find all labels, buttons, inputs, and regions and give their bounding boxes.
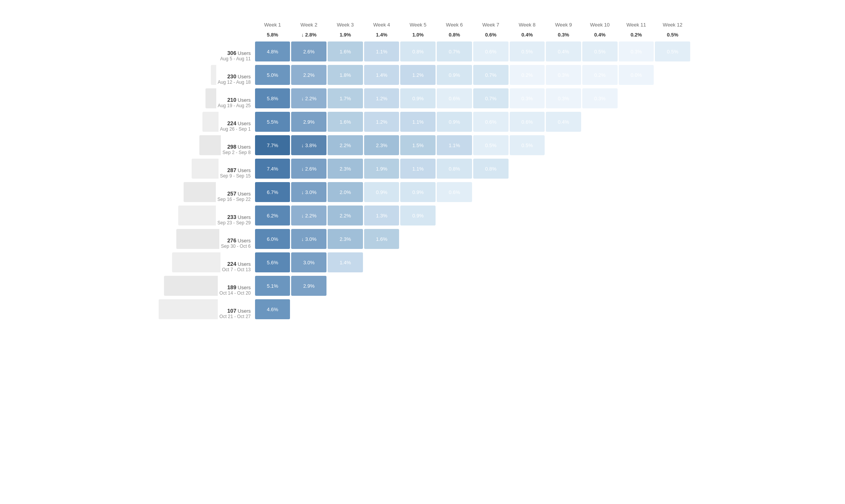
cell-row5-week1: 7.4% — [255, 158, 290, 180]
table-row: 224 UsersOct 7 - Oct 135.6%3.0%1.4% — [155, 251, 690, 274]
main-container: Week 1Week 2Week 3Week 4Week 5Week 6Week… — [154, 19, 691, 322]
cell-row7-week9 — [546, 204, 581, 227]
table-row: 189 UsersOct 14 - Oct 205.1%2.9% — [155, 275, 690, 297]
avg-cell-week-1: 5.8% — [255, 30, 290, 39]
cell-row7-week7 — [473, 204, 509, 227]
cell-row7-week11 — [619, 204, 654, 227]
cell-row0-week6: 0.7% — [437, 40, 472, 63]
cell-row4-week10 — [582, 134, 618, 156]
avg-cell-week-11: 0.2% — [619, 30, 654, 39]
cell-row4-week5: 1.5% — [400, 134, 436, 156]
cell-row0-week11: 0.3% — [619, 40, 654, 63]
cell-row5-week8 — [510, 158, 545, 180]
avg-cell-week-12: 0.5% — [655, 30, 690, 39]
cell-row7-week5: 0.9% — [400, 204, 436, 227]
avg-cell-week-3: 1.9% — [328, 30, 363, 39]
cell-row1-week4: 1.4% — [364, 64, 399, 86]
cell-row1-week3: 1.8% — [328, 64, 363, 86]
cohort-body: 306 UsersAug 5 - Aug 114.8%2.6%1.6%1.1%0… — [155, 40, 690, 320]
week-header-7: Week 7 — [473, 20, 509, 29]
cell-row4-week7: 0.5% — [473, 134, 509, 156]
week-header-2: Week 2 — [291, 20, 326, 29]
cell-row4-week8: 0.5% — [510, 134, 545, 156]
cell-row10-week5 — [400, 275, 436, 297]
cell-row8-week10 — [582, 228, 618, 250]
cell-row11-week8 — [510, 298, 545, 320]
table-row: 276 UsersSep 30 - Oct 66.0%↓ 3.0%2.3%1.6… — [155, 228, 690, 250]
cell-row7-week2: ↓ 2.2% — [291, 204, 326, 227]
cell-row10-week4 — [364, 275, 399, 297]
cell-row6-week11 — [619, 181, 654, 203]
cell-row6-week7 — [473, 181, 509, 203]
cell-row2-week10: 0.3% — [582, 87, 618, 109]
cell-row5-week3: 2.3% — [328, 158, 363, 180]
cell-row6-week9 — [546, 181, 581, 203]
cell-row1-week5: 1.2% — [400, 64, 436, 86]
cell-row6-week5: 0.9% — [400, 181, 436, 203]
cell-row5-week12 — [655, 158, 690, 180]
cell-row2-week5: 0.9% — [400, 87, 436, 109]
empty-header — [155, 20, 254, 29]
cell-row10-week9 — [546, 275, 581, 297]
week-header-6: Week 6 — [437, 20, 472, 29]
cell-row8-week6 — [437, 228, 472, 250]
avg-cell-week-6: 0.8% — [437, 30, 472, 39]
average-row: 5.8%↓ 2.8%1.9%1.4%1.0%0.8%0.6%0.4%0.3%0.… — [155, 30, 690, 39]
cell-row1-week1: 5.0% — [255, 64, 290, 86]
cell-row6-week8 — [510, 181, 545, 203]
cell-row11-week10 — [582, 298, 618, 320]
cohort-label-10: 189 UsersOct 14 - Oct 20 — [155, 275, 254, 297]
week-header-10: Week 10 — [582, 20, 618, 29]
cohort-table: Week 1Week 2Week 3Week 4Week 5Week 6Week… — [154, 19, 691, 322]
cell-row4-week6: 1.1% — [437, 134, 472, 156]
cohort-label-7: 233 UsersSep 23 - Sep 29 — [155, 204, 254, 227]
cell-row5-week4: 1.9% — [364, 158, 399, 180]
cell-row11-week12 — [655, 298, 690, 320]
cell-row0-week2: 2.6% — [291, 40, 326, 63]
table-row: 306 UsersAug 5 - Aug 114.8%2.6%1.6%1.1%0… — [155, 40, 690, 63]
cell-row10-week12 — [655, 275, 690, 297]
cell-row6-week3: 2.0% — [328, 181, 363, 203]
cell-row11-week6 — [437, 298, 472, 320]
table-row: 298 UsersSep 2 - Sep 87.7%↓ 3.8%2.2%2.3%… — [155, 134, 690, 156]
cell-row10-week2: 2.9% — [291, 275, 326, 297]
avg-label — [155, 30, 254, 39]
cell-row0-week9: 0.4% — [546, 40, 581, 63]
cell-row10-week6 — [437, 275, 472, 297]
cell-row9-week1: 5.6% — [255, 251, 290, 274]
week-header-1: Week 1 — [255, 20, 290, 29]
cell-row1-week12 — [655, 64, 690, 86]
cell-row8-week3: 2.3% — [328, 228, 363, 250]
cell-row4-week3: 2.2% — [328, 134, 363, 156]
cell-row10-week1: 5.1% — [255, 275, 290, 297]
table-row: 107 UsersOct 21 - Oct 274.6% — [155, 298, 690, 320]
cell-row5-week10 — [582, 158, 618, 180]
cell-row6-week4: 0.9% — [364, 181, 399, 203]
cell-row2-week8: 0.3% — [510, 87, 545, 109]
cohort-label-0: 306 UsersAug 5 - Aug 11 — [155, 40, 254, 63]
cell-row9-week12 — [655, 251, 690, 274]
cell-row1-week6: 0.9% — [437, 64, 472, 86]
cell-row1-week8: 0.2% — [510, 64, 545, 86]
cell-row5-week9 — [546, 158, 581, 180]
cell-row0-week10: 0.5% — [582, 40, 618, 63]
cell-row7-week1: 6.2% — [255, 204, 290, 227]
cell-row10-week10 — [582, 275, 618, 297]
cell-row1-week9: 0.3% — [546, 64, 581, 86]
cell-row8-week9 — [546, 228, 581, 250]
cell-row7-week4: 1.3% — [364, 204, 399, 227]
cell-row8-week4: 1.6% — [364, 228, 399, 250]
week-header-4: Week 4 — [364, 20, 399, 29]
cell-row2-week7: 0.7% — [473, 87, 509, 109]
cell-row0-week4: 1.1% — [364, 40, 399, 63]
cell-row3-week1: 5.5% — [255, 111, 290, 133]
cell-row2-week3: 1.7% — [328, 87, 363, 109]
cell-row0-week7: 0.6% — [473, 40, 509, 63]
week-header-11: Week 11 — [619, 20, 654, 29]
cell-row4-week1: 7.7% — [255, 134, 290, 156]
cell-row3-week3: 1.6% — [328, 111, 363, 133]
cell-row0-week5: 0.8% — [400, 40, 436, 63]
cell-row11-week2 — [291, 298, 326, 320]
cell-row9-week4 — [364, 251, 399, 274]
cell-row3-week9: 0.4% — [546, 111, 581, 133]
